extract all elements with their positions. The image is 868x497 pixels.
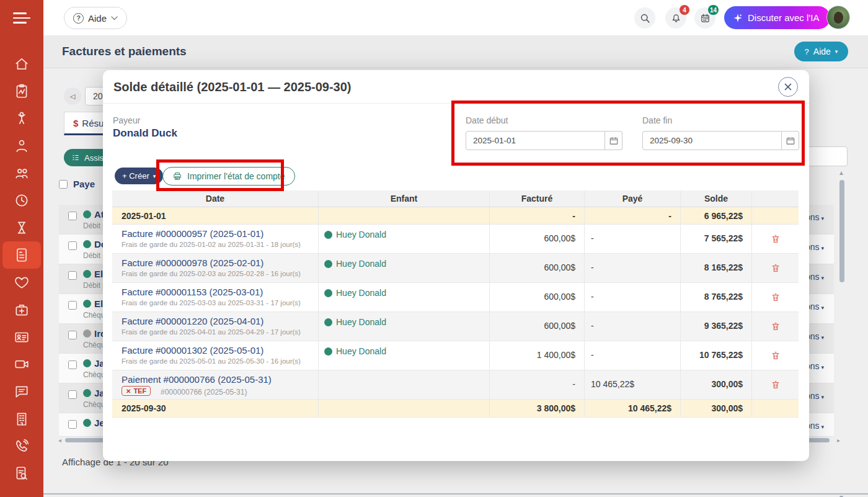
help-dropdown-button[interactable]: ? Aide ▾: [794, 42, 848, 61]
people-icon: [14, 165, 30, 181]
balance-value: 300,00$: [711, 379, 743, 389]
column-header: [752, 190, 799, 207]
child-name[interactable]: Huey Donald: [336, 346, 386, 356]
search-icon: [640, 13, 650, 24]
invoice-link[interactable]: Facture #000000957 (2025-01-01): [122, 228, 264, 239]
invoice-link[interactable]: Facture #000000978 (2025-02-01): [122, 257, 264, 268]
delete-button[interactable]: [771, 233, 781, 244]
invoice-row: Facture #000001220 (2025-04-01) Frais de…: [112, 312, 799, 341]
create-label: + Créer: [122, 171, 149, 181]
date-end-input[interactable]: 2025-09-30: [642, 131, 782, 150]
scroll-left-icon[interactable]: ◂: [58, 437, 61, 444]
child-name[interactable]: Huey Donald: [336, 288, 386, 298]
summary-date: 2025-09-30: [112, 400, 319, 417]
trash-icon: [771, 321, 781, 332]
delete-button[interactable]: [771, 321, 781, 332]
delete-button[interactable]: [771, 262, 781, 274]
avatar[interactable]: [826, 6, 850, 29]
invoice-subtitle: Frais de garde du 2025-02-03 au 2025-02-…: [122, 270, 301, 277]
status-dot: [83, 240, 91, 248]
child-name[interactable]: Huey Donald: [336, 230, 386, 240]
sidebar-item-schedule[interactable]: [0, 187, 43, 214]
sidebar-item-activity[interactable]: [0, 78, 43, 105]
create-button[interactable]: + Créer ▾: [115, 168, 163, 184]
sidebar-item-children[interactable]: [0, 105, 43, 132]
invoice-subtitle: Frais de garde du 2025-01-02 au 2025-01-…: [122, 241, 301, 248]
sidebar-item-home[interactable]: [0, 50, 43, 78]
tab-resume-label: Résu: [82, 118, 104, 128]
sidebar-item-educators[interactable]: [0, 132, 43, 159]
invoice-row: Facture #000000978 (2025-02-01) Frais de…: [112, 254, 799, 283]
invoice-link[interactable]: Facture #000001153 (2025-03-01): [122, 287, 263, 297]
sidebar-item-health[interactable]: [0, 269, 43, 296]
invoice-link[interactable]: Facture #000001220 (2025-04-01): [122, 316, 264, 326]
invoiced-value: 600,00$: [544, 321, 575, 331]
row-checkbox[interactable]: [68, 241, 77, 250]
row-checkbox[interactable]: [68, 360, 77, 369]
date-end-calendar-button[interactable]: [782, 131, 799, 150]
search-button[interactable]: [634, 7, 655, 29]
clock-icon: [14, 192, 30, 208]
balance-table: Date Enfant Facturé Payé Solde 2025-01-0…: [112, 190, 799, 418]
chevron-down-icon: [111, 16, 118, 20]
row-checkbox[interactable]: [68, 271, 77, 280]
child-name[interactable]: Huey Donald: [336, 259, 386, 269]
row-checkbox[interactable]: [68, 420, 77, 429]
row-checkbox[interactable]: [68, 301, 77, 310]
delete-button[interactable]: [771, 292, 781, 303]
child-name[interactable]: Huey Donald: [336, 317, 386, 327]
caret-down-icon: ▾: [821, 215, 824, 222]
payment-method: Chèqu: [83, 311, 105, 320]
caret-down-icon: ▾: [153, 173, 156, 179]
vertical-scrollbar[interactable]: ▲ ▼: [839, 171, 844, 497]
payment-row: Paiement #000000766 (2025-05-31) ✕TEF #0…: [112, 370, 799, 400]
sidebar-item-invoices[interactable]: [2, 241, 41, 269]
caret-down-icon: ▾: [821, 275, 824, 281]
sidebar-item-messages[interactable]: [0, 378, 43, 405]
page-header: Factures et paiements ? Aide ▾: [43, 35, 868, 68]
date-start-input[interactable]: 2025-01-01: [466, 131, 605, 150]
print-statement-button[interactable]: Imprimer l'état de compte: [162, 167, 295, 186]
payment-link[interactable]: Paiement #000000766 (2025-05-31): [122, 374, 272, 385]
sidebar-item-contacts[interactable]: [0, 323, 43, 351]
scroll-right-icon[interactable]: ▸: [837, 437, 840, 444]
paid-value: -: [591, 262, 594, 272]
invoice-row: Facture #000001302 (2025-05-01) Frais de…: [112, 341, 799, 370]
paid-value: -: [591, 350, 594, 360]
date-start-calendar-button[interactable]: [605, 131, 622, 150]
trash-icon: [771, 379, 781, 390]
sidebar-item-hours[interactable]: [0, 214, 43, 241]
help-pill-button[interactable]: ? Aide: [64, 7, 127, 29]
sidebar-item-groups[interactable]: [0, 159, 43, 187]
sidebar-item-calls[interactable]: [0, 432, 43, 460]
invoice-link[interactable]: Facture #000001302 (2025-05-01): [122, 345, 264, 356]
checklist-icon: [71, 153, 80, 162]
year-prev-button[interactable]: ◁: [64, 87, 81, 105]
trash-icon: [771, 292, 781, 303]
invoice-subtitle: Frais de garde du 2025-03-03 au 2025-03-…: [122, 299, 301, 307]
chat-ai-button[interactable]: Discuter avec l'IA: [724, 6, 830, 29]
status-dot: [83, 270, 91, 278]
delete-button[interactable]: [771, 379, 781, 390]
date-end-label: Date fin: [642, 115, 672, 125]
date-start-label: Date début: [466, 115, 508, 125]
calendar-icon: [609, 137, 618, 145]
status-dot: [83, 389, 91, 397]
calendar-button[interactable]: 14: [694, 7, 715, 29]
row-checkbox[interactable]: [68, 331, 77, 339]
delete-button[interactable]: [771, 350, 781, 361]
notifications-button[interactable]: 4: [665, 7, 686, 29]
menu-icon[interactable]: [13, 12, 30, 25]
row-checkbox[interactable]: [68, 390, 77, 399]
select-all-checkbox[interactable]: [59, 180, 68, 189]
close-button[interactable]: [778, 77, 798, 97]
row-checkbox[interactable]: [68, 212, 77, 220]
sidebar-item-reports[interactable]: [0, 460, 43, 487]
scroll-up-icon: ▲: [838, 169, 844, 176]
sidebar-item-video[interactable]: [0, 351, 43, 378]
caret-down-icon: ▾: [821, 394, 824, 400]
paid-value: -: [585, 207, 681, 224]
child-icon: [14, 110, 30, 127]
sidebar-item-establishment[interactable]: [0, 405, 43, 432]
sidebar-item-medical[interactable]: [0, 296, 43, 323]
